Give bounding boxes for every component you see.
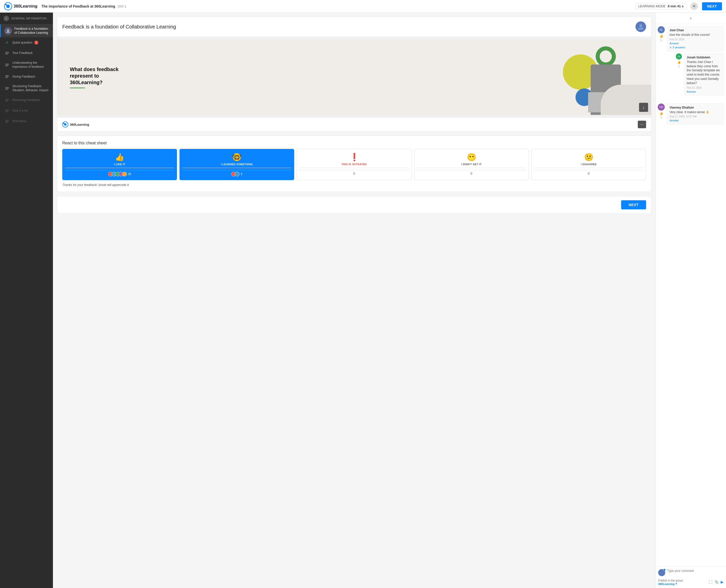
sidebar-item-giving-feedback[interactable]: Giving Feedback [0,71,53,82]
comments-expand-button[interactable]: › [656,13,726,24]
sidebar-item-label-feedback-foundation: Feedback is a foundation of Collaborativ… [14,27,49,35]
sub-comment-like-button[interactable]: 👍 1 [677,61,681,68]
quick-question-badge: 1 [34,41,38,45]
sidebar-item-feedback-foundation[interactable]: Feedback is a foundation of Collaborativ… [0,24,53,37]
topbar: 360Learning The importance of Feedback a… [0,0,726,13]
next-section: NEXT [57,196,651,214]
sidebar-item-structuring[interactable]: Structuring Feedback: Situation, Behavio… [0,82,53,95]
slide-down-button[interactable]: ↓ [639,103,648,112]
topbar-next-button[interactable]: NEXT [702,2,722,10]
module-icon-give-try [4,108,10,113]
comment-answer-link-1[interactable]: Answer [669,42,721,45]
comment-input-row [658,569,724,576]
module-icon-receiving [4,98,10,103]
more-options-button[interactable]: ··· [638,121,646,128]
comment-avatar-vianney: VD [658,104,665,111]
main-layout: i GENERAL INFORMATION Feedback is a foun… [0,13,726,588]
comment-text-2: Very clear. It makes sense 👌 [669,110,721,114]
outdated-count-row: 0 [300,170,409,175]
sidebar-item-your-feedback[interactable]: Your Feedback [0,48,53,59]
reaction-disagree-button[interactable]: 😕 I DISAGREE 0 [531,149,646,180]
sub-comment-author: Jonah Goldstein [687,56,721,59]
outdated-emoji: ❗ [300,153,409,162]
reaction-outdated-button[interactable]: ❗ THIS IS OUTDATED 0 [297,149,411,180]
svg-rect-16 [5,99,9,100]
publish-group-selector[interactable]: 360Learning ▾ [658,582,683,586]
sidebar: i GENERAL INFORMATION Feedback is a foun… [0,13,53,588]
svg-rect-13 [5,87,9,88]
comment-bubble-1: Joei Chan love the visuals of this cours… [667,26,724,51]
reaction-learned-button[interactable]: 🤓 I LEARNED SOMETHING A I 3 [180,149,294,180]
sub-comment-item: JG 👍 1 Jonah Goldstein Thanks Joei Chan … [676,54,724,96]
module-icon-understanding [4,62,10,68]
like-icon: 👍 [660,34,663,38]
like-icon: 👍 [660,111,663,115]
learned-label: I LEARNED SOMETHING [182,163,291,166]
outdated-count: 0 [354,172,355,175]
answers-count-label: 3 answers [672,46,685,49]
like-count: 1 [661,38,662,42]
author-avatar [636,21,646,32]
sidebar-item-receiving-feedback: Receiving Feedback [0,95,53,106]
like-emoji: 👍 [65,153,174,162]
sidebar-item-label-quick-question: Quick question 1 [12,41,38,45]
comment-like-button-2[interactable]: 👍 1 [660,111,663,119]
learned-avatars: A I [231,172,240,176]
reaction-like-button[interactable]: 👍 I LIKE IT A C L I O 26 [62,149,177,180]
reactions-grid: 👍 I LIKE IT A C L I O 26 [62,149,646,180]
day-label: · DAY 1 [116,5,126,8]
sidebar-item-label-understanding: Understanding the importance of feedback [12,61,49,69]
content-footer: 360Learning ··· [57,118,651,131]
reaction-didnt-get-button[interactable]: 😶 I DIDN'T GET IT 0 [414,149,529,180]
comments-panel: › JC 👍 1 Joei Chan love the visuals of t… [656,13,726,588]
thanks-message: Thanks for your feedback! Jonah will app… [62,183,646,187]
comment-like-button-1[interactable]: 👍 1 [660,34,663,42]
attach-button[interactable]: 📎 [714,580,719,584]
sidebar-avatar [4,27,12,35]
sidebar-item-first-items: First items [0,116,53,127]
sub-comment-body-1: Jonah Goldstein Thanks Joei Chan I belie… [684,54,724,96]
svg-rect-5 [5,53,9,54]
sidebar-item-understanding[interactable]: Understanding the importance of feedback [0,59,53,71]
didnt-get-count-row: 0 [417,170,526,175]
svg-point-27 [64,123,66,126]
module-icon-structuring [4,86,10,91]
chevron-icon: ↳ [669,46,672,49]
module-icon-your-feedback [4,50,10,56]
module-icon-first-items [4,119,10,124]
svg-rect-24 [5,122,8,123]
comment-text-1: love the visuals of this course! [669,33,721,37]
comment-answers-toggle-1[interactable]: ↳ 3 answers [669,46,721,49]
close-button[interactable]: ✕ [690,2,698,10]
check-icon: ✔ [4,40,10,45]
sidebar-item-give-it-try: Give it a try [0,106,53,116]
didnt-get-count: 0 [471,172,472,175]
sidebar-item-quick-question[interactable]: ✔ Quick question 1 [0,37,53,48]
comment-date-2: Aug 17, 2020, 10:57 AM [669,115,721,118]
didnt-get-label: I DIDN'T GET IT [417,163,526,166]
svg-rect-10 [5,75,9,76]
sub-comment-answer-link[interactable]: Answer [687,90,721,93]
next-button[interactable]: NEXT [621,200,646,209]
publish-icons: ⛶ 📎 ▶ [709,580,724,584]
comment-input-area: Publish in the group: 360Learning ▾ ⛶ 📎 … [656,566,726,588]
topbar-title: The importance of Feedback at 360Learnin… [41,4,631,8]
like-label: I LIKE IT [65,163,174,166]
svg-rect-14 [5,88,9,89]
comment-text-input[interactable] [667,569,724,573]
svg-point-28 [63,123,64,124]
publish-group-row: Publish in the group: 360Learning ▾ [658,578,683,586]
comment-bubble-2: Vianney Dhalluin Very clear. It makes se… [667,104,724,124]
person-icon [6,29,10,33]
comment-item: JC 👍 1 Joei Chan love the visuals of thi… [658,26,724,100]
like-divider [65,168,174,168]
svg-point-2 [5,4,7,5]
logo-text: 360Learning [14,4,37,8]
fullscreen-button[interactable]: ⛶ [709,580,712,584]
svg-rect-18 [5,101,8,102]
logo-icon [4,2,12,10]
like-count: 1 [661,115,662,119]
send-button[interactable]: ▶ [721,580,724,584]
svg-rect-19 [5,110,9,110]
comment-answer-link-2[interactable]: Answer [669,119,721,122]
